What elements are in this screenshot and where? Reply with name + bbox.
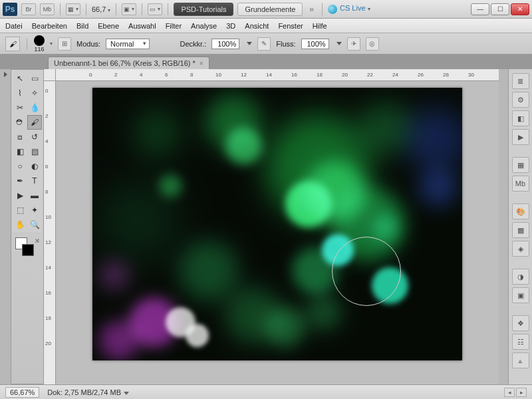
document-tab-title: Unbenannt-1 bei 66,7% (Kreis 3, RGB/16) … xyxy=(54,59,196,67)
gradient-tool[interactable]: ▤ xyxy=(27,144,42,159)
history-brush-tool[interactable]: ↺ xyxy=(27,130,42,144)
document-tab-bar: Unbenannt-1 bei 66,7% (Kreis 3, RGB/16) … xyxy=(0,55,532,69)
horizontal-scrollbar[interactable]: ◂▸ xyxy=(504,388,527,397)
menu-datei[interactable]: Datei xyxy=(5,22,23,30)
vertical-ruler[interactable]: 02468101214161820 xyxy=(44,81,56,384)
layers2-panel-icon[interactable]: ❖ xyxy=(512,315,529,331)
menu-bearbeiten[interactable]: Bearbeiten xyxy=(32,22,67,30)
extras-icon[interactable]: ▭ xyxy=(148,3,162,15)
minimize-button[interactable]: — xyxy=(471,3,489,15)
workspace-psd-tutorials-button[interactable]: PSD-Tutorials xyxy=(174,3,233,16)
chevron-right-icon[interactable]: » xyxy=(309,5,314,14)
paths-panel-icon[interactable]: ⟁ xyxy=(512,352,529,368)
lasso-tool[interactable]: ⌇ xyxy=(13,86,27,100)
brush-tool-icon[interactable]: 🖌 xyxy=(5,37,20,51)
photoshop-logo-icon: Ps xyxy=(3,3,17,16)
color-panel-icon[interactable]: 🎨 xyxy=(512,203,529,219)
tab-close-icon[interactable]: × xyxy=(200,60,203,67)
blur-tool[interactable]: ○ xyxy=(13,159,27,174)
3d-camera-tool[interactable]: ✦ xyxy=(27,203,42,217)
arrange-documents-icon[interactable]: ▦ xyxy=(66,3,80,15)
magic-wand-tool[interactable]: ✧ xyxy=(27,86,42,100)
cs-live-icon xyxy=(328,5,337,14)
properties-panel-icon[interactable]: ◧ xyxy=(512,110,529,126)
marquee-tool[interactable]: ▭ xyxy=(27,71,42,86)
swap-colors-icon[interactable]: ⤭ xyxy=(35,237,40,244)
separator xyxy=(322,3,323,15)
type-tool[interactable]: T xyxy=(27,174,42,188)
tablet-pressure-icon[interactable]: ◎ xyxy=(366,37,379,51)
brush-preset-picker[interactable]: 116 xyxy=(34,35,45,53)
canvas[interactable] xyxy=(92,88,462,360)
swatches-panel-icon[interactable]: ▩ xyxy=(512,222,529,238)
airbrush-icon[interactable]: ✈ xyxy=(347,37,360,51)
eraser-tool[interactable]: ◧ xyxy=(13,144,27,159)
menu-filter[interactable]: Filter xyxy=(166,22,182,30)
brush-panel-toggle-icon[interactable]: ⊞ xyxy=(58,37,71,51)
horizontal-ruler[interactable]: 024681012141618202224262830 xyxy=(56,69,499,81)
brush-size-label: 116 xyxy=(34,46,44,53)
flow-label: Fluss: xyxy=(276,40,295,48)
separator xyxy=(116,3,116,15)
healing-tool[interactable]: ⛑ xyxy=(13,115,27,130)
opacity-input[interactable]: 100% xyxy=(211,39,239,49)
bridge-icon[interactable]: Br xyxy=(21,3,36,15)
menu-bild[interactable]: Bild xyxy=(76,22,88,30)
history-panel-icon[interactable]: ≣ xyxy=(512,73,529,89)
stamp-tool[interactable]: ⧈ xyxy=(13,130,27,144)
brushes-panel-icon[interactable]: ▶ xyxy=(512,129,529,145)
color-swatches[interactable]: ⤭ xyxy=(13,236,42,257)
opacity-slider-icon[interactable] xyxy=(247,42,252,45)
right-gutter xyxy=(499,69,508,384)
document-area: 024681012141618202224262830 024681012141… xyxy=(44,69,499,384)
flow-input[interactable]: 100% xyxy=(301,39,329,49)
maximize-button[interactable]: ☐ xyxy=(491,3,509,15)
zoom-level-dropdown[interactable]: 66,7 xyxy=(92,5,110,13)
flow-slider-icon[interactable] xyxy=(336,42,342,45)
document-tab[interactable]: Unbenannt-1 bei 66,7% (Kreis 3, RGB/16) … xyxy=(48,57,209,69)
adjustments-panel-icon[interactable]: ◑ xyxy=(512,269,529,285)
crop-tool[interactable]: ✂ xyxy=(13,100,27,115)
actions-panel-icon[interactable]: ⚙ xyxy=(512,92,529,108)
menu-auswahl[interactable]: Auswahl xyxy=(128,22,156,30)
close-button[interactable]: ✕ xyxy=(511,3,529,15)
opacity-pressure-icon[interactable]: ✎ xyxy=(257,37,271,51)
status-zoom-field[interactable]: 66,67% xyxy=(5,387,39,398)
brush-tool[interactable]: 🖌 xyxy=(27,115,42,130)
menu-hilfe[interactable]: Hilfe xyxy=(313,22,327,30)
separator xyxy=(60,3,61,15)
screen-mode-icon[interactable]: ▣ xyxy=(122,3,136,15)
masks-panel-icon[interactable]: ▣ xyxy=(512,287,529,303)
toolbox: ↖▭ ⌇✧ ✂💧 ⛑🖌 ⧈↺ ◧▤ ○◐ ✒T ▶▬ ⬚✦ ✋🔍 ⤭ xyxy=(11,69,44,384)
eyedropper-tool[interactable]: 💧 xyxy=(27,100,42,115)
shape-tool[interactable]: ▬ xyxy=(27,188,42,203)
path-select-tool[interactable]: ▶ xyxy=(13,188,27,203)
background-color[interactable] xyxy=(22,244,34,256)
hand-tool[interactable]: ✋ xyxy=(13,217,27,232)
zoom-tool[interactable]: 🔍 xyxy=(27,217,42,232)
minibridge-panel-icon[interactable]: Mb xyxy=(512,176,529,192)
layers-panel-icon[interactable]: ▦ xyxy=(512,157,529,173)
dodge-tool[interactable]: ◐ xyxy=(27,159,42,174)
3d-tool[interactable]: ⬚ xyxy=(13,203,27,217)
pen-tool[interactable]: ✒ xyxy=(13,174,27,188)
move-tool[interactable]: ↖ xyxy=(13,71,27,86)
menu-ebene[interactable]: Ebene xyxy=(98,22,119,30)
menu-fenster[interactable]: Fenster xyxy=(278,22,303,30)
minibridge-icon[interactable]: Mb xyxy=(40,3,55,15)
menu-3d[interactable]: 3D xyxy=(226,22,235,30)
status-doc-info[interactable]: Dok: 2,75 MB/2,74 MB xyxy=(47,388,129,396)
ruler-origin[interactable] xyxy=(44,69,56,81)
title-bar: Ps Br Mb ▦ 66,7 ▣ ▭ PSD-Tutorials Grunde… xyxy=(0,0,532,19)
menu-analyse[interactable]: Analyse xyxy=(191,22,217,30)
styles-panel-icon[interactable]: ◈ xyxy=(512,241,529,257)
status-bar: 66,67% Dok: 2,75 MB/2,74 MB ◂▸ xyxy=(0,384,532,399)
channels-panel-icon[interactable]: ☷ xyxy=(512,334,529,350)
options-bar: 🖌 116 ▾ ⊞ Modus: Normal Deckkr.: 100% ✎ … xyxy=(0,33,532,55)
blend-mode-dropdown[interactable]: Normal xyxy=(106,39,149,49)
menu-ansicht[interactable]: Ansicht xyxy=(245,22,269,30)
expand-icon[interactable] xyxy=(4,72,7,77)
separator xyxy=(142,3,142,15)
cs-live-button[interactable]: CS Live ▾ xyxy=(328,4,370,13)
workspace-grundelemente-button[interactable]: Grundelemente xyxy=(237,3,303,16)
